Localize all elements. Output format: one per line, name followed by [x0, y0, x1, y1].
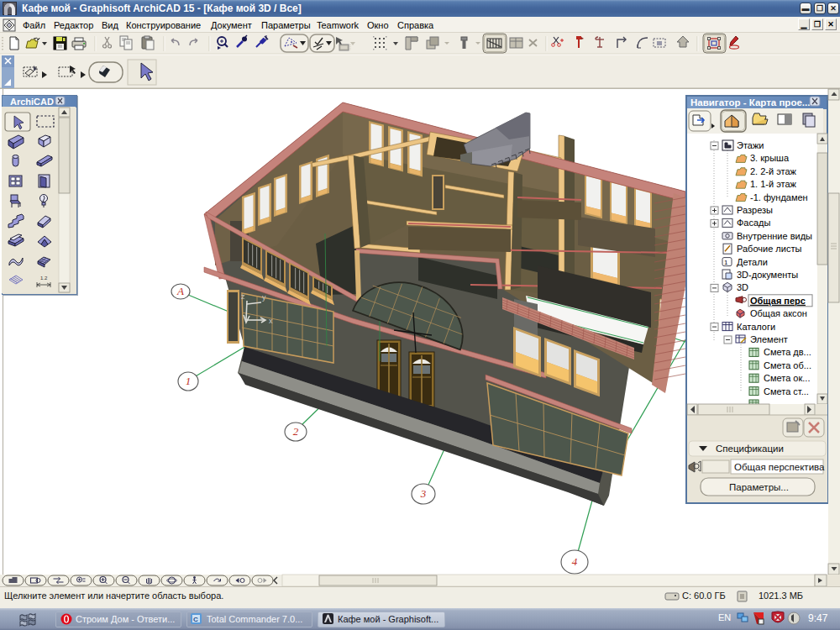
svg-text:A: A	[176, 285, 184, 297]
svg-text:y: y	[262, 293, 266, 302]
svg-text:Детали: Детали	[737, 257, 768, 267]
svg-text:Каталоги: Каталоги	[737, 322, 775, 332]
svg-text:Общая аксон: Общая аксон	[750, 308, 807, 318]
svg-text:Общая перспектива: Общая перспектива	[734, 462, 825, 472]
svg-text:2. 2-й этаж: 2. 2-й этаж	[750, 166, 797, 176]
svg-text:Рабочие листы: Рабочие листы	[737, 244, 801, 254]
svg-text:z: z	[241, 292, 245, 301]
svg-text:3D-документы: 3D-документы	[737, 270, 798, 280]
svg-text:Смета об...: Смета об...	[764, 360, 811, 370]
svg-text:Смета дв...: Смета дв...	[764, 347, 811, 357]
svg-text:3: 3	[420, 487, 427, 500]
svg-text:Смета ок...: Смета ок...	[764, 373, 810, 383]
svg-text:3D: 3D	[737, 282, 748, 292]
svg-text:Внутренние виды: Внутренние виды	[737, 231, 812, 241]
svg-text:1: 1	[724, 259, 728, 266]
svg-text:Этажи: Этажи	[737, 140, 764, 150]
svg-text:Разрезы: Разрезы	[737, 205, 773, 215]
svg-text:1. 1-й этаж: 1. 1-й этаж	[750, 179, 797, 189]
svg-text:x: x	[269, 317, 273, 325]
svg-text:Смета ст...: Смета ст...	[764, 386, 809, 396]
svg-text:Спецификации: Спецификации	[716, 444, 784, 454]
svg-text:Параметры...: Параметры...	[729, 482, 789, 492]
svg-text:2: 2	[293, 425, 299, 438]
svg-text:1.2: 1.2	[40, 276, 48, 281]
svg-text:-1. фундамен: -1. фундамен	[750, 192, 808, 202]
svg-text:3. крыша: 3. крыша	[750, 153, 790, 163]
svg-text:Фасады: Фасады	[737, 218, 771, 228]
svg-text:Элемент: Элемент	[750, 334, 788, 344]
svg-text:4: 4	[572, 555, 578, 568]
svg-text:Общая перс: Общая перс	[750, 296, 806, 306]
svg-text:1: 1	[186, 375, 192, 387]
svg-text:C: C	[193, 616, 198, 623]
